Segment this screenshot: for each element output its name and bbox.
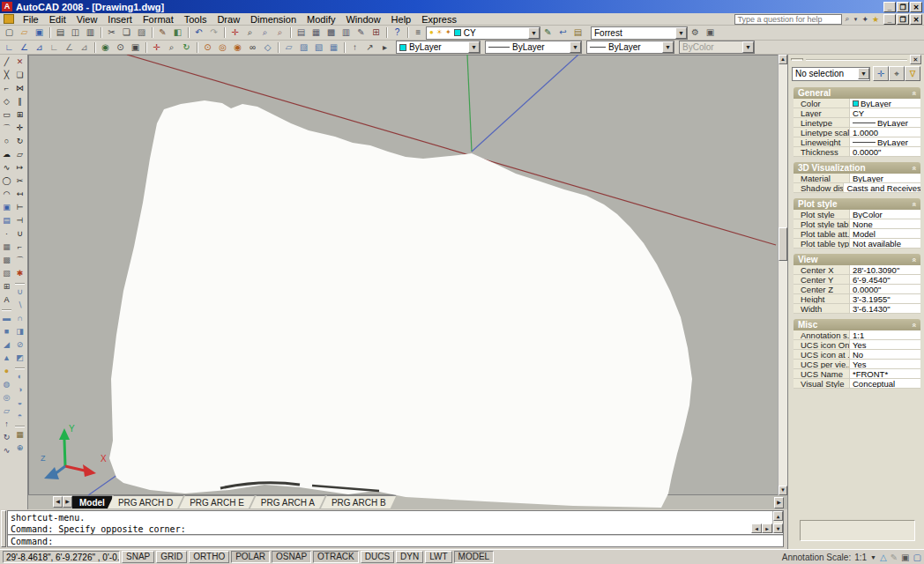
menu-item[interactable]: Edit — [44, 13, 71, 26]
status-toggle-button[interactable]: LWT — [425, 551, 451, 563]
annotation-scale-value[interactable]: 1:1 — [854, 553, 867, 562]
property-row[interactable]: Linetype scale1.0000 — [794, 128, 920, 137]
drawing-file-icon[interactable] — [4, 14, 14, 24]
spline-icon[interactable]: ∿ — [0, 161, 13, 174]
sphere-icon[interactable]: ● — [0, 365, 13, 378]
vs-sphere-realistic-icon[interactable]: ◓ — [13, 410, 26, 423]
copy-object-icon[interactable]: ❏ — [13, 69, 26, 82]
command-prompt-input[interactable]: Command: — [8, 534, 783, 546]
free-orbit-icon[interactable]: ◎ — [215, 41, 230, 54]
ucs-icon[interactable]: ∟ — [2, 41, 17, 54]
property-row[interactable]: Height3'-3.1955" — [794, 294, 920, 304]
vs-sphere-conceptual-icon[interactable]: ◒ — [13, 397, 26, 410]
3d-align-icon[interactable]: ◩ — [13, 352, 26, 365]
layout-tab[interactable]: PRG ARCH E — [179, 495, 255, 508]
property-row[interactable]: Plot table att...Model — [794, 229, 920, 239]
minimize-button[interactable]: _ — [883, 2, 896, 12]
render-region-icon[interactable]: ▦ — [13, 428, 26, 442]
stretch-icon[interactable]: ↦ — [13, 161, 26, 174]
status-toggle-button[interactable]: OTRACK — [313, 551, 359, 563]
circle-icon[interactable]: ○ — [0, 135, 13, 148]
zoom-previous-icon[interactable]: ⌕ — [272, 26, 287, 40]
cylinder-icon[interactable]: ◍ — [0, 378, 13, 391]
menu-item[interactable]: File — [18, 13, 44, 26]
erase-icon[interactable]: ✕ — [13, 56, 26, 69]
communication-center-icon[interactable]: ✦ — [861, 15, 869, 24]
arc-icon[interactable]: ⌒ — [0, 122, 13, 135]
rectangle-icon[interactable]: ▭ — [0, 108, 13, 122]
menu-item[interactable]: Format — [138, 13, 179, 26]
subtract-icon[interactable]: ∖ — [13, 299, 26, 312]
search-icon[interactable]: ⌕ — [844, 14, 850, 24]
status-toggle-button[interactable]: GRID — [156, 551, 187, 563]
3d-pan-icon[interactable]: ✛ — [149, 41, 164, 54]
extrude-faces-icon[interactable]: ◨ — [13, 325, 26, 338]
vs-sphere-hidden-icon[interactable]: ◑ — [13, 383, 26, 397]
collapse-chevron-icon[interactable]: « — [909, 91, 918, 95]
close-button[interactable]: ✕ — [910, 2, 922, 12]
array-icon[interactable]: ⊞ — [13, 108, 26, 122]
union-icon[interactable]: ∪ — [13, 286, 26, 299]
property-row[interactable]: Shadow displayCasts and Receives ... — [794, 183, 920, 193]
quick-select-icon[interactable]: ✛ — [873, 66, 889, 81]
layer-properties-manager-icon[interactable]: ≡ — [411, 26, 426, 40]
palette-autohide-icon[interactable] — [791, 58, 803, 61]
property-row[interactable]: Thickness0.0000" — [794, 147, 920, 157]
multiline-text-icon[interactable]: A — [0, 293, 13, 307]
match-properties-icon[interactable]: ✎ — [155, 26, 170, 40]
linetype-combobox[interactable]: ByLayer ▼ — [485, 41, 582, 54]
region-icon[interactable]: ▧ — [0, 267, 13, 280]
layer-previous-icon[interactable]: ↩ — [555, 26, 570, 40]
save-icon[interactable]: ▣ — [32, 26, 47, 40]
menu-item[interactable]: Window — [340, 13, 385, 26]
property-row[interactable]: LinetypeByLayer — [794, 118, 920, 128]
fillet-icon[interactable]: ⌒ — [13, 254, 26, 267]
status-toggle-button[interactable]: MODEL — [454, 551, 495, 563]
menu-item[interactable]: Modify — [302, 13, 340, 26]
selection-dropdown-arrow-icon[interactable]: ▼ — [858, 68, 869, 79]
undo-icon[interactable]: ↶ — [191, 26, 206, 40]
redo-icon[interactable]: ↷ — [206, 26, 221, 40]
property-row[interactable]: Visual StyleConceptual — [794, 379, 920, 389]
publish-icon[interactable]: ▥ — [83, 26, 98, 40]
help-search-input[interactable] — [734, 14, 842, 25]
layer-combobox[interactable]: ● ☀ ✦ CY ▼ — [426, 26, 540, 40]
layout-tab[interactable]: Model — [72, 495, 112, 508]
visual-style-2d-wireframe-icon[interactable]: ▱ — [281, 41, 296, 54]
drawing-canvas[interactable] — [28, 55, 778, 495]
color-dropdown-arrow-icon[interactable]: ▼ — [468, 41, 480, 53]
wedge-icon[interactable]: ◢ — [0, 338, 13, 352]
polygon-icon[interactable]: ◇ — [0, 95, 13, 108]
adjust-distance-icon[interactable]: ∞ — [245, 41, 260, 54]
collapse-chevron-icon[interactable]: « — [909, 202, 918, 206]
3d-orbit-icon[interactable]: ⊙ — [113, 41, 128, 54]
status-toggle-button[interactable]: OSNAP — [272, 551, 311, 563]
command-scroll-left-icon[interactable]: ◀ — [751, 523, 762, 533]
property-row[interactable]: LineweightByLayer — [794, 137, 920, 147]
favorites-star-icon[interactable]: ★ — [871, 15, 880, 24]
break-icon[interactable]: ⊣ — [13, 214, 26, 227]
torus-icon[interactable]: ◎ — [0, 391, 13, 404]
lineweight-combobox[interactable]: ByLayer ▼ — [586, 41, 674, 54]
property-row[interactable]: UCS icon at ...No — [794, 350, 920, 360]
qnew-icon[interactable]: ▢ — [2, 26, 17, 40]
table-icon[interactable]: ⊞ — [0, 280, 13, 293]
3d-zoom-icon[interactable]: ⌕ — [164, 41, 179, 54]
property-row[interactable]: Center Y6'-9.4540" — [794, 275, 920, 285]
explode-icon[interactable]: ✱ — [13, 267, 26, 280]
property-row[interactable]: UCS icon OnYes — [794, 340, 920, 350]
color-combobox[interactable]: ByLayer ▼ — [396, 41, 481, 54]
revision-cloud-icon[interactable]: ☁ — [0, 148, 13, 161]
markup-set-manager-icon[interactable]: ✎ — [354, 26, 369, 40]
3d-cube-icon[interactable]: ◇ — [260, 41, 275, 54]
property-row[interactable]: UCS Name*FRONT* — [794, 369, 920, 379]
make-block-icon[interactable]: ▤ — [0, 214, 13, 227]
command-window-grip[interactable] — [1, 510, 6, 547]
copy-icon[interactable]: ❏ — [119, 26, 134, 40]
property-row[interactable]: Center X28'-10.3090" — [794, 265, 920, 275]
property-row[interactable]: UCS per vie...Yes — [794, 360, 920, 369]
collapse-chevron-icon[interactable]: « — [909, 166, 918, 170]
select-objects-icon[interactable]: ⌖ — [889, 66, 905, 81]
layer-states-icon[interactable]: ▤ — [570, 26, 585, 40]
mirror-icon[interactable]: ⋈ — [13, 82, 26, 95]
